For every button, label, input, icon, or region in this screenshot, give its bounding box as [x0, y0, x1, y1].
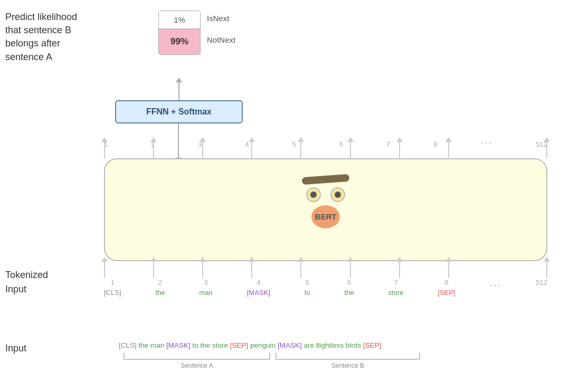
- bert-nose: BERT: [311, 205, 340, 228]
- input-mask1: [MASK]: [166, 341, 193, 349]
- token-store: store: [388, 289, 404, 297]
- bot-num-8: 8 [SEP]: [438, 279, 455, 297]
- input-sep2: [SEP]: [363, 341, 382, 349]
- top-arrow-512: [546, 141, 547, 158]
- bot-num-3: 3 man: [200, 279, 213, 297]
- bottom-arrows-row: [104, 261, 547, 278]
- top-arrow-7: [399, 141, 400, 158]
- token-man: man: [200, 289, 213, 297]
- main-container: Predict likelihoodthat sentence Bbelongs…: [0, 0, 570, 392]
- ffnn-label: FFNN + Softmax: [146, 107, 212, 117]
- bot-num-7: 7 store: [388, 279, 404, 297]
- bot-arrow-8: [448, 261, 449, 278]
- bert-eyes: [306, 187, 345, 202]
- bot-arrow-dots: [497, 261, 498, 278]
- cell-99pct: 99%: [159, 29, 200, 54]
- token-sep1: [SEP]: [438, 289, 455, 297]
- top-arrow-3: [202, 141, 203, 158]
- bot-num-1: 1 [CLS]: [104, 279, 121, 297]
- bot-arrow-7: [399, 261, 400, 278]
- bert-box: BERT: [104, 158, 547, 261]
- label-notnext: NotNext: [207, 35, 235, 44]
- token-mask1: [MASK]: [247, 289, 270, 297]
- bot-arrow-4: [251, 261, 252, 278]
- token-the2: the: [345, 289, 354, 297]
- output-box: 1% 99% IsNext NotNext: [158, 11, 235, 55]
- bot-num-4: 4 [MASK]: [247, 279, 270, 297]
- sentence-b-bracket-label: Sentence B: [331, 362, 364, 369]
- bot-arrow-1: [104, 261, 105, 278]
- bot-arrow-512: [546, 261, 547, 278]
- predict-label: Predict likelihoodthat sentence Bbelongs…: [5, 11, 90, 64]
- bert-eyebrow: [302, 174, 350, 184]
- cell-1pct: 1%: [159, 11, 200, 29]
- bert-face: BERT: [289, 176, 363, 244]
- input-sep1: [SEP]: [230, 341, 250, 349]
- token-the1: the: [155, 289, 165, 297]
- arrow-output-to-ffnn: [178, 82, 179, 103]
- bot-arrow-3: [202, 261, 203, 278]
- output-cells: 1% 99%: [158, 11, 201, 55]
- top-arrow-1: [104, 141, 105, 158]
- input-label: Input: [5, 343, 26, 354]
- bot-num-dots2: ···: [490, 279, 502, 291]
- bot-arrow-6: [350, 261, 351, 278]
- input-to-the-store: to the store: [193, 341, 230, 349]
- input-cls: [CLS]: [119, 341, 139, 349]
- bert-left-eye: [306, 187, 321, 202]
- input-penguin: penguin: [250, 341, 278, 349]
- sentence-a-bracket-label: Sentence A: [180, 362, 213, 369]
- bot-arrow-2: [153, 261, 154, 278]
- top-arrow-6: [350, 141, 351, 158]
- ffnn-box: FFNN + Softmax: [115, 100, 243, 123]
- token-to: to: [305, 289, 310, 297]
- top-arrow-5: [300, 141, 301, 158]
- bot-num-512: 512: [536, 279, 547, 286]
- bot-numbers-row: 1 [CLS] 2 the 3 man 4 [MASK] 5 to 6 the …: [104, 279, 547, 297]
- top-arrow-2: [153, 141, 154, 158]
- top-arrow-4: [251, 141, 252, 158]
- bot-num-2: 2 the: [155, 279, 165, 297]
- input-mask2: [MASK]: [278, 341, 304, 349]
- bot-num-6: 6 the: [345, 279, 354, 297]
- token-cls: [CLS]: [104, 289, 121, 297]
- sentence-brackets: Sentence A Sentence B: [119, 350, 457, 379]
- bert-right-pupil: [335, 192, 341, 198]
- input-the-man: the man: [139, 341, 167, 349]
- input-are-flightless: are flightless birds: [303, 341, 363, 349]
- bot-num-5: 5 to: [305, 279, 310, 297]
- bert-left-pupil: [310, 192, 317, 198]
- label-isnext: IsNext: [207, 14, 235, 23]
- top-arrows-row: [104, 141, 547, 158]
- bert-right-eye: [330, 187, 345, 202]
- bot-arrow-5: [300, 261, 301, 278]
- bert-label: BERT: [315, 212, 337, 221]
- tokenized-label: TokenizedInput: [5, 268, 90, 297]
- top-arrow-dots: [497, 141, 498, 158]
- top-arrow-8: [448, 141, 449, 158]
